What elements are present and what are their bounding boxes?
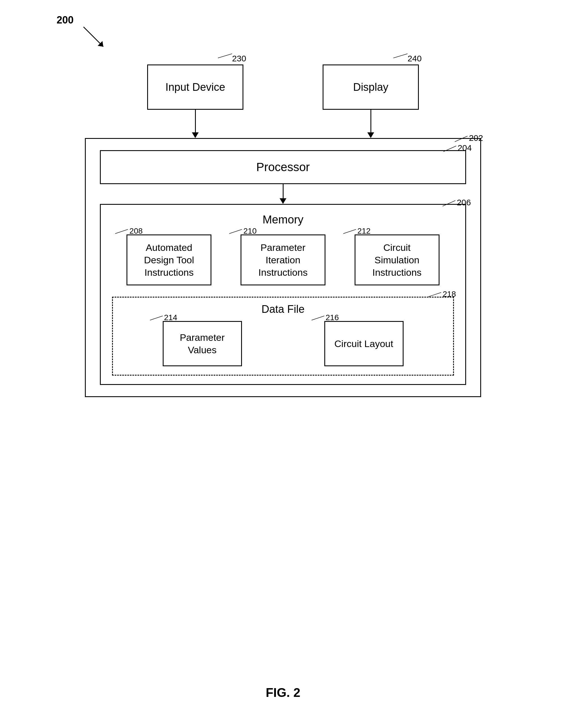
- param-values-wrapper: 214 Parameter Values: [163, 321, 242, 366]
- ref-202-arrow: [453, 135, 470, 143]
- svg-line-11: [150, 316, 163, 320]
- ref-240-arrow: [391, 51, 413, 59]
- pii-wrapper: 210 Parameter Iteration Instructions: [240, 234, 326, 285]
- adt-ref: 208: [129, 227, 143, 236]
- svg-line-9: [343, 229, 356, 234]
- adt-wrapper: 208 Automated Design Tool Instructions: [126, 234, 211, 285]
- input-device-connector: [195, 110, 196, 132]
- ref-216-arrow: [310, 315, 327, 322]
- input-device-arrowhead: [192, 132, 199, 138]
- figure-caption: FIG. 2: [266, 686, 300, 700]
- ref-230-arrow: [215, 51, 238, 59]
- svg-line-2: [218, 54, 232, 58]
- display-ref: 240: [408, 54, 422, 63]
- pii-instructions-label: Parameter Iteration Instructions: [245, 241, 321, 279]
- processor-label: Processor: [256, 160, 310, 174]
- param-values-ref: 214: [164, 313, 177, 322]
- parameter-values-box: Parameter Values: [163, 321, 242, 366]
- ref-204-arrow: [442, 145, 459, 153]
- memory-box: 206 Memory 208 Automated Desig: [100, 204, 466, 385]
- circuit-layout-box: Circuit Layout: [324, 321, 404, 366]
- input-device-box: Input Device: [147, 64, 243, 110]
- csi-instructions-label: Circuit Simulation Instructions: [360, 241, 434, 279]
- circuit-layout-ref: 216: [326, 313, 339, 322]
- svg-line-3: [393, 54, 408, 58]
- figure-arrow: [82, 25, 107, 51]
- svg-line-4: [455, 136, 468, 142]
- svg-line-5: [444, 146, 456, 152]
- ref-212-arrow: [342, 228, 359, 235]
- ref-218-arrow: [427, 291, 444, 298]
- instructions-row: 208 Automated Design Tool Instructions 2…: [112, 234, 454, 285]
- data-file-ref: 218: [443, 290, 456, 299]
- pii-ref: 210: [243, 227, 257, 236]
- main-computer-box: 202 204 Processor: [85, 138, 481, 397]
- svg-line-10: [429, 292, 441, 297]
- main-box-ref: 202: [469, 133, 483, 143]
- proc-mem-arrowhead: [279, 198, 287, 204]
- input-device-ref: 230: [232, 54, 246, 63]
- ref-210-arrow: [228, 228, 245, 235]
- proc-mem-shaft: [283, 184, 284, 198]
- processor-ref: 204: [458, 143, 472, 153]
- processor-memory-connector: [100, 184, 466, 204]
- display-arrowhead: [367, 132, 374, 138]
- svg-line-12: [312, 316, 324, 320]
- pii-instructions-box: Parameter Iteration Instructions: [240, 234, 326, 285]
- input-device-label: Input Device: [165, 81, 225, 93]
- svg-line-8: [229, 229, 242, 234]
- ref-206-arrow: [441, 199, 458, 208]
- data-items-row: 214 Parameter Values 216: [121, 321, 445, 366]
- display-label: Display: [353, 81, 389, 93]
- ref-214-arrow: [148, 315, 165, 322]
- display-connector: [371, 110, 371, 132]
- csi-instructions-box: Circuit Simulation Instructions: [355, 234, 440, 285]
- svg-line-7: [115, 229, 128, 234]
- circuit-layout-label: Circuit Layout: [335, 337, 393, 350]
- ref-208-arrow: [114, 228, 131, 235]
- figure-number: 200: [57, 14, 74, 26]
- circuit-layout-wrapper: 216 Circuit Layout: [324, 321, 404, 366]
- csi-wrapper: 212 Circuit Simulation Instructions: [355, 234, 440, 285]
- memory-ref: 206: [457, 198, 471, 207]
- adt-instructions-label: Automated Design Tool Instructions: [132, 241, 206, 279]
- display-box: Display: [323, 64, 419, 110]
- adt-instructions-box: Automated Design Tool Instructions: [126, 234, 211, 285]
- data-file-box: 218 Data File 214: [112, 297, 454, 376]
- csi-ref: 212: [358, 227, 371, 236]
- svg-line-6: [443, 201, 455, 206]
- processor-box: Processor: [100, 150, 466, 184]
- memory-label: Memory: [112, 213, 454, 226]
- parameter-values-label: Parameter Values: [168, 331, 237, 356]
